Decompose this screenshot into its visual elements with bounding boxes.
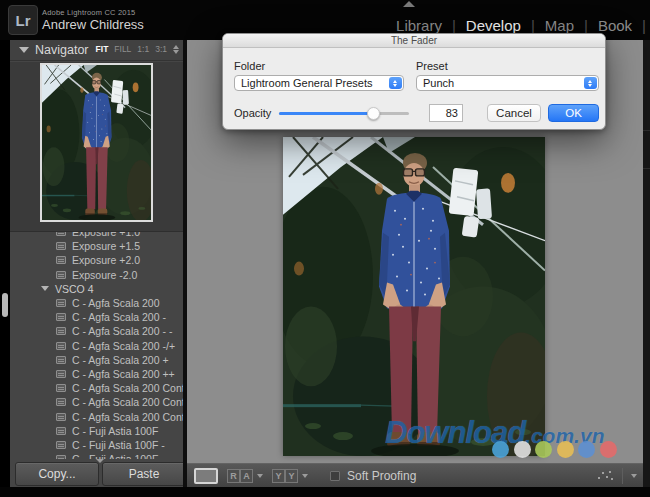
module-tab-library[interactable]: Library [396,17,442,34]
module-tab-book[interactable]: Book [598,17,632,34]
preset-row[interactable]: C - Agfa Scala 200 [10,296,183,310]
stepper-icon[interactable] [389,77,402,89]
preset-row[interactable]: C - Fuji Astia 100F - - [10,452,183,459]
lightroom-window: Lr Adobe Lightroom CC 2015 Andrew Childr… [0,0,650,497]
preset-row[interactable]: C - Agfa Scala 200 + [10,353,183,367]
preset-icon [56,313,66,321]
preset-row[interactable]: Exposure +1.0 [10,232,183,239]
dialog-title: The Fader [391,35,437,46]
preset-row[interactable]: C - Agfa Scala 200 Contrast... [10,395,183,409]
opacity-slider-fill [279,112,371,115]
cancel-button[interactable]: Cancel [487,104,541,122]
menu-separator: | [531,17,535,34]
opacity-value-field[interactable]: 83 [429,104,463,122]
preset-label: Exposure +1.5 [72,240,140,252]
photo-man-in-garden [42,65,151,220]
navigator-zoom-fit[interactable]: FIT [96,44,109,54]
preset-row[interactable]: C - Fuji Astia 100F - [10,438,183,452]
preset-label: C - Agfa Scala 200 Contrast... [72,411,183,423]
preset-row[interactable]: C - Fuji Astia 100F [10,424,183,438]
preset-folder-row[interactable]: VSCO 4 [10,282,183,296]
module-tab-develop[interactable]: Develop [466,17,521,34]
chevron-down-icon[interactable] [302,474,308,478]
loupe-view-icon[interactable] [194,468,218,484]
preset-label: Expsoure -2.0 [72,269,137,281]
preset-row[interactable]: C - Agfa Scala 200 Contrast + [10,381,183,395]
navigator-zoom-3-1[interactable]: 3:1 [155,44,167,54]
navigator-title: Navigator [35,43,89,57]
preset-label: C - Agfa Scala 200 [72,297,160,309]
paste-button[interactable]: Paste [102,462,186,486]
dialog-title-bar[interactable]: The Fader [223,34,605,48]
preset-dropdown[interactable]: Punch [416,75,599,91]
preset-label: C - Agfa Scala 200 - [72,311,166,323]
preset-icon [56,299,66,307]
preset-row[interactable]: Expsoure -2.0 [10,268,183,282]
preset-icon [56,455,66,459]
identity-plate-user-name: Andrew Childress [42,17,144,32]
module-tab-map[interactable]: Map [545,17,574,34]
left-panel: Navigator FITFILL1:13:1 [10,40,183,488]
preset-icon [56,384,66,392]
preset-label: C - Agfa Scala 200 Contrast... [72,396,183,408]
right-panel-collapsed-rail[interactable] [643,40,650,488]
preset-row[interactable]: C - Agfa Scala 200 ++ [10,367,183,381]
preset-label: Exposure +1.0 [72,232,140,238]
right-rail-line [643,130,650,131]
before-after-left-right-button[interactable]: R A [227,469,263,483]
navigator-panel-body [10,62,183,232]
ok-button[interactable]: OK [548,104,599,122]
preset-row[interactable]: C - Agfa Scala 200 Contrast... [10,409,183,423]
copy-button[interactable]: Copy... [15,462,99,486]
menu-separator: | [642,17,646,34]
preset-icon [56,232,66,236]
watermark-dot [578,441,595,458]
menu-separator: | [584,17,588,34]
soft-proofing-checkbox[interactable] [330,471,340,481]
preset-icon [56,398,66,406]
opacity-label: Opacity [234,107,271,119]
navigator-zoom-fill[interactable]: FILL [114,44,131,54]
top-panel-collapse-arrow-icon[interactable] [403,1,415,7]
before-after-top-bottom-button[interactable]: Y Y [272,469,308,483]
toolbar-options-chevron-icon[interactable] [631,474,637,478]
preset-label: VSCO 4 [55,283,94,295]
folder-expanded-triangle-icon [41,286,49,291]
before-after-letter: Y [285,469,298,483]
opacity-slider-knob[interactable] [367,107,380,120]
preset-label: C - Agfa Scala 200 - - [72,325,172,337]
preset-row[interactable]: Exposure +2.0 [10,253,183,267]
before-after-letter: A [240,469,253,483]
navigator-zoom-stepper-icon[interactable] [173,45,179,54]
folder-dropdown-value: Lightroom General Presets [235,77,389,89]
stepper-icon[interactable] [584,77,597,89]
navigator-header[interactable]: Navigator FITFILL1:13:1 [10,40,183,61]
before-after-letter: R [227,469,240,483]
chevron-down-icon[interactable] [257,474,263,478]
left-scrollbar-thumb[interactable] [2,293,8,317]
opacity-slider[interactable] [279,112,409,115]
preset-row[interactable]: C - Agfa Scala 200 -/+ [10,339,183,353]
preset-row[interactable]: C - Agfa Scala 200 - - [10,324,183,338]
folder-dropdown[interactable]: Lightroom General Presets [234,75,404,91]
photo-man-in-garden [283,137,545,456]
preset-icon [56,256,66,264]
preset-row[interactable]: C - Agfa Scala 200 - [10,310,183,324]
preset-icon [56,356,66,364]
main-photo[interactable] [283,137,545,456]
preset-label: C - Fuji Astia 100F - - [72,453,171,459]
the-fader-dialog: The Fader Folder Preset Lightroom Genera… [222,33,606,130]
watermark-dot [557,441,574,458]
navigator-preview-thumbnail[interactable] [40,63,153,222]
lightroom-logo: Lr [8,5,38,35]
left-scroll-rail [0,40,10,488]
navigator-disclosure-triangle-icon[interactable] [19,47,29,53]
spray-dots-icon[interactable] [596,469,614,483]
preset-row[interactable]: Exposure +1.5 [10,239,183,253]
preset-label: C - Agfa Scala 200 + [72,354,169,366]
preset-label: C - Agfa Scala 200 ++ [72,368,175,380]
navigator-zoom-1-1[interactable]: 1:1 [137,44,149,54]
navigator-zoom-options: FITFILL1:13:1 [96,44,179,54]
right-rail-line [643,168,650,169]
watermark-dots [492,441,617,458]
